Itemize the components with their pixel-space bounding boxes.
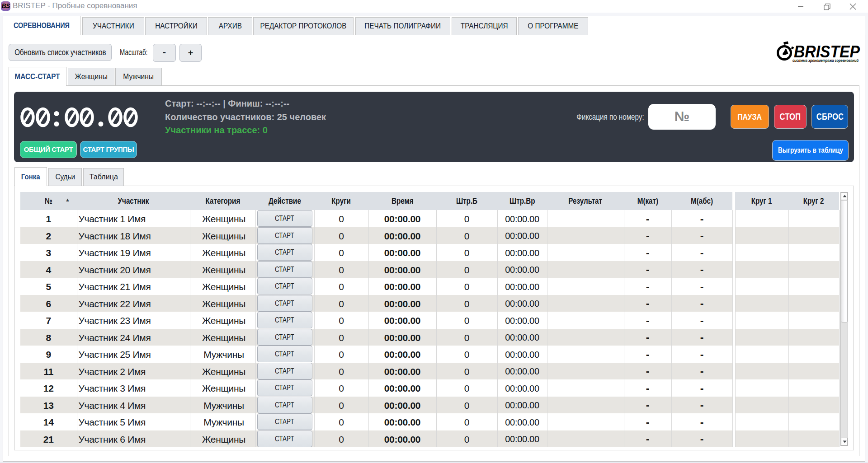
- svg-text:система хронометража соревнова: система хронометража соревнований: [793, 58, 859, 63]
